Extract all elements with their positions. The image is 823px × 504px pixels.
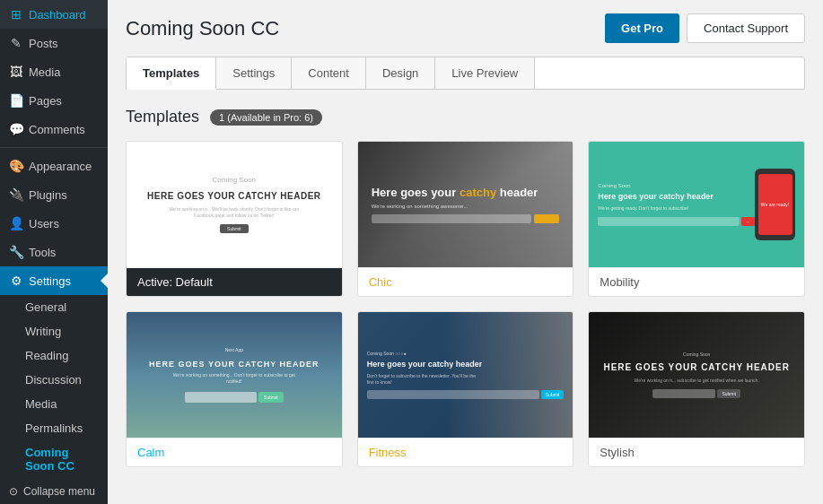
- section-header: Templates 1 (Available in Pro: 6): [126, 108, 805, 126]
- sidebar-item-settings[interactable]: ⚙ Settings: [0, 266, 108, 295]
- template-thumb-chic: Here goes your catchy header We're worki…: [358, 142, 573, 267]
- collapse-label: Collapse menu: [23, 485, 95, 498]
- mock-chic-sub: We're working on something awesome...: [372, 204, 560, 209]
- template-label-default: Active: Default: [127, 267, 342, 296]
- collapse-menu-button[interactable]: ⊙ Collapse menu: [0, 478, 108, 504]
- mock-btn: Submit: [220, 224, 249, 233]
- templates-badge: 1 (Available in Pro: 6): [210, 109, 322, 126]
- sidebar-item-pages[interactable]: 📄 Pages: [0, 86, 108, 115]
- mock-fitness-header: Here goes your catchy header: [367, 360, 565, 370]
- sidebar-subitem-reading[interactable]: Reading: [0, 343, 108, 368]
- mock-calm-sub: We're working on something... Don't forg…: [167, 372, 302, 385]
- get-pro-button[interactable]: Get Pro: [605, 13, 679, 43]
- mock-stylish-form: Submit: [603, 389, 789, 398]
- sidebar-item-comments[interactable]: 💬 Comments: [0, 115, 108, 143]
- mock-mobility-sub: We're getting ready. Don't forget to sub…: [598, 205, 755, 212]
- comments-icon: 💬: [9, 122, 23, 136]
- mock-calm-form: Submit: [185, 392, 284, 403]
- tab-live-preview[interactable]: Live Preview: [435, 57, 535, 89]
- mock-calm-input: [185, 392, 257, 403]
- template-label-stylish: Stylish: [589, 438, 804, 466]
- tab-templates[interactable]: Templates: [127, 57, 216, 90]
- tab-content[interactable]: Content: [292, 57, 366, 89]
- mock-mobility-text: Coming Soon Here goes your catchy header…: [598, 183, 755, 225]
- template-thumb-stylish: Coming Soon HERE GOES YOUR CATCHY HEADER…: [589, 312, 804, 438]
- template-card-stylish[interactable]: Coming Soon HERE GOES YOUR CATCHY HEADER…: [588, 311, 805, 467]
- sidebar-item-media[interactable]: 🖼 Media: [0, 57, 108, 86]
- sidebar-item-dashboard[interactable]: ⊞ Dashboard: [0, 0, 108, 29]
- sidebar-item-posts[interactable]: ✎ Posts: [0, 29, 108, 57]
- users-icon: 👤: [9, 216, 23, 230]
- sidebar-item-label: Dashboard: [29, 8, 86, 22]
- header-buttons: Get Pro Contact Support: [605, 13, 805, 43]
- template-thumb-fitness: Coming Soon ○○○● Here goes your catchy h…: [358, 312, 573, 438]
- divider: [0, 147, 108, 148]
- mock-stylish: Coming Soon HERE GOES YOUR CATCHY HEADER…: [589, 312, 804, 438]
- mock-mobility-phone: We are ready!: [755, 169, 795, 240]
- mock-fitness-input: [367, 390, 539, 399]
- mock-chic-bar: [372, 214, 560, 223]
- mock-calm-logo: Next App: [225, 347, 243, 352]
- mock-stylish-sub: We're working on it... subscribe to get …: [603, 378, 789, 384]
- contact-support-button[interactable]: Contact Support: [687, 13, 805, 43]
- sidebar-item-label: Pages: [29, 94, 62, 108]
- sidebar-subitem-general[interactable]: General: [0, 295, 108, 319]
- mock-stylish-input: [652, 389, 715, 398]
- template-thumb-mobility: Coming Soon Here goes your catchy header…: [589, 142, 804, 267]
- plugins-icon: 🔌: [9, 187, 23, 202]
- mock-text: We're working on it... We'll be back sho…: [167, 206, 302, 219]
- sidebar-subitem-media[interactable]: Media: [0, 392, 108, 416]
- tab-design[interactable]: Design: [366, 57, 435, 89]
- mock-fitness-btn: Submit: [541, 390, 565, 399]
- sidebar-item-label: Appearance: [29, 160, 92, 173]
- sidebar-item-label: Plugins: [29, 188, 67, 202]
- page-title: Coming Soon CC: [126, 17, 279, 40]
- template-card-chic[interactable]: Here goes your catchy header We're worki…: [357, 141, 574, 297]
- mock-title: Coming Soon: [213, 176, 256, 184]
- mock-stylish-header: HERE GOES YOUR CATCHY HEADER: [603, 362, 789, 372]
- mock-fitness-overlay: Coming Soon ○○○● Here goes your catchy h…: [358, 312, 573, 438]
- sidebar-item-label: Media: [29, 65, 60, 79]
- template-label-fitness: Fitness: [358, 438, 573, 466]
- mock-fitness-form: Submit: [367, 390, 565, 399]
- mock-mobility-header: Here goes your catchy header: [598, 192, 755, 202]
- sidebar-subitem-permalinks[interactable]: Permalinks: [0, 416, 108, 440]
- tab-bar: Templates Settings Content Design Live P…: [126, 56, 805, 90]
- sidebar-item-label: Comments: [29, 123, 85, 136]
- tab-settings[interactable]: Settings: [216, 57, 292, 89]
- mock-mobility: Coming Soon Here goes your catchy header…: [589, 142, 804, 267]
- mock-mobility-site: Coming Soon: [598, 183, 755, 188]
- mock-chic-overlay: Here goes your catchy header We're worki…: [358, 142, 573, 267]
- template-label-mobility: Mobility: [589, 267, 804, 296]
- mock-chic-header: Here goes your catchy header: [372, 186, 560, 200]
- settings-icon: ⚙: [9, 274, 23, 288]
- template-card-fitness[interactable]: Coming Soon ○○○● Here goes your catchy h…: [357, 311, 574, 467]
- sidebar-item-appearance[interactable]: 🎨 Appearance: [0, 152, 108, 180]
- mock-mobility-form: →: [598, 217, 755, 226]
- template-thumb-default: Coming Soon HERE GOES YOUR CATCHY HEADER…: [127, 142, 342, 267]
- posts-icon: ✎: [9, 36, 23, 50]
- mock-stylish-btn: Submit: [717, 389, 740, 398]
- sidebar-item-label: Users: [29, 217, 59, 230]
- sidebar-item-plugins[interactable]: 🔌 Plugins: [0, 180, 108, 209]
- mock-stylish-logo: Coming Soon: [603, 352, 789, 357]
- template-label-calm: Calm: [127, 438, 342, 466]
- mock-calm: Next App HERE GOES YOUR CATCHY HEADER We…: [127, 312, 342, 438]
- mock-fitness-sub: Don't forget to subscribe to the newslet…: [367, 373, 484, 385]
- template-card-default[interactable]: Coming Soon HERE GOES YOUR CATCHY HEADER…: [126, 141, 343, 297]
- template-card-mobility[interactable]: Coming Soon Here goes your catchy header…: [588, 141, 805, 297]
- mock-mobility-input: [598, 217, 740, 226]
- mock-mobility-screen: We are ready!: [758, 174, 792, 235]
- mock-calm-header: HERE GOES YOUR CATCHY HEADER: [149, 360, 320, 369]
- sidebar-subitem-coming-soon-cc[interactable]: Coming Soon CC: [0, 440, 108, 478]
- mock-fitness: Coming Soon ○○○● Here goes your catchy h…: [358, 312, 573, 438]
- sidebar-item-tools[interactable]: 🔧 Tools: [0, 238, 108, 266]
- sidebar-subitem-discussion[interactable]: Discussion: [0, 368, 108, 392]
- template-grid: Coming Soon HERE GOES YOUR CATCHY HEADER…: [126, 141, 805, 467]
- template-thumb-calm: Next App HERE GOES YOUR CATCHY HEADER We…: [127, 312, 342, 438]
- template-card-calm[interactable]: Next App HERE GOES YOUR CATCHY HEADER We…: [126, 311, 343, 467]
- sidebar-subitem-writing[interactable]: Writing: [0, 319, 108, 343]
- sidebar-item-users[interactable]: 👤 Users: [0, 209, 108, 238]
- mock-stylish-content: Coming Soon HERE GOES YOUR CATCHY HEADER…: [603, 352, 789, 398]
- mock-header: HERE GOES YOUR CATCHY HEADER: [147, 191, 320, 201]
